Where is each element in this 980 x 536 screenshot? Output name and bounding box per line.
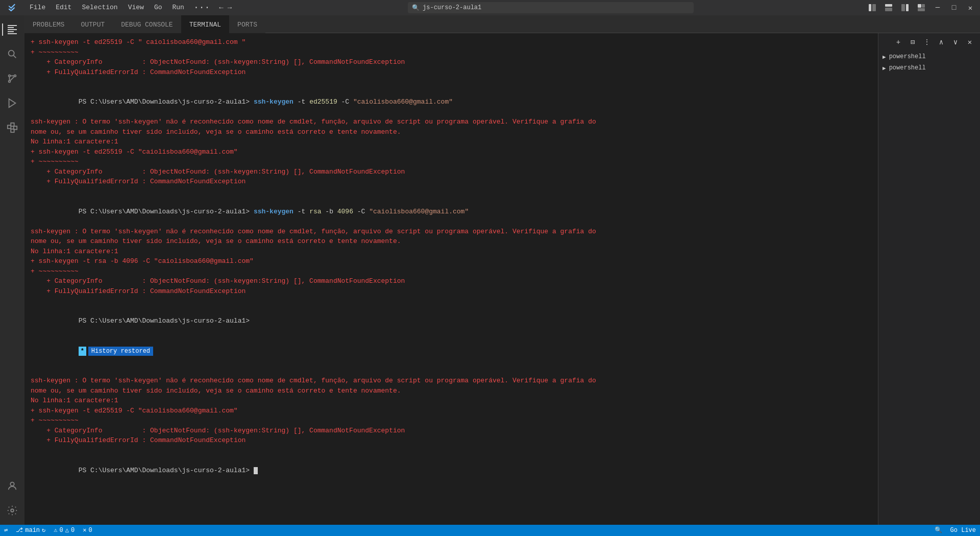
info-icon: ✕ [83,525,86,536]
svg-rect-0 [869,4,871,11]
history-restored-text: History restored [88,347,153,356]
activity-account-icon[interactable] [2,476,22,496]
terminal-panel: + ⊟ ⋮ ∧ ∨ ✕ ▶ powershell ▶ powershell [878,33,980,525]
term-line: + ssh-keygen -t ed25519 -C " caiolisboa6… [31,37,872,47]
terminal-name-1: powershell [889,53,926,60]
svg-point-23 [11,509,14,512]
activity-search-icon[interactable] [2,44,22,64]
status-remote[interactable]: ⇌ [0,525,12,536]
term-line: + ~~~~~~~~~~ [31,416,872,426]
title-right: ─ □ ✕ [865,0,980,15]
term-line: nome ou, se um caminho tiver sido incluí… [31,386,872,396]
main-panel: + ssh-keygen -t ed25519 -C " caiolisboa6… [24,33,878,525]
svg-rect-19 [11,123,14,126]
info-count: 0 [88,525,92,536]
status-bar: ⇌ ⎇ main ↻ ⚠ 0 △ 0 ✕ 0 🔍 Go Live [0,525,980,536]
menu-go[interactable]: Go [149,0,167,15]
activity-settings-icon[interactable] [2,500,22,521]
panel-maximize-icon[interactable]: ∧ [935,36,947,48]
activity-git-icon[interactable] [2,68,22,89]
history-restored-line: * History restored [31,336,872,366]
term-line: + CategoryInfo : ObjectNotFound: (ssh-ke… [31,167,872,177]
term-line: ssh-keygen : O termo 'ssh-keygen' não é … [31,117,872,127]
split-terminal-icon[interactable]: ⊟ [906,36,919,48]
nav-back-icon[interactable]: ← [218,4,224,12]
term-line: + ssh-keygen -t ed25519 -C "caiolisboa66… [31,147,872,157]
maximize-btn[interactable]: □ [946,0,962,15]
activity-debug-icon[interactable] [2,93,22,113]
panel-wrapper: + ssh-keygen -t ed25519 -C " caiolisboa6… [24,33,980,525]
layout-btn-2[interactable] [881,0,896,15]
terminal-name-2: powershell [889,64,926,71]
terminal-more-icon[interactable]: ⋮ [921,36,933,48]
svg-rect-1 [872,4,876,11]
branch-name: main [25,525,40,536]
svg-line-10 [13,55,16,58]
nav-forward-icon[interactable]: → [227,4,233,12]
terminal-list-item-2[interactable]: ▶ powershell [878,62,980,74]
tab-problems[interactable]: PROBLEMS [24,15,72,33]
layout-btn-1[interactable] [865,0,880,15]
search-icon: 🔍 [412,4,420,12]
history-star: * [79,347,86,356]
search-text: js-curso-2-aula1 [423,4,481,11]
term-line: + FullyQualifiedErrorId : CommandNotFoun… [31,67,872,78]
term-line: + ~~~~~~~~~~ [31,47,872,58]
status-right: 🔍 Go Live [930,525,980,536]
status-info[interactable]: ✕ 0 [79,525,96,536]
term-line: + FullyQualifiedErrorId : CommandNotFoun… [31,286,872,297]
terminal-area[interactable]: + ssh-keygen -t ed25519 -C " caiolisboa6… [24,33,878,525]
svg-rect-3 [885,8,892,11]
term-line: + ~~~~~~~~~~ [31,157,872,167]
layout-btn-3[interactable] [897,0,913,15]
term-line: ssh-keygen : O termo 'ssh-keygen' não é … [31,376,872,386]
menu-more[interactable]: ··· [189,0,214,15]
status-branch[interactable]: ⎇ main ↻ [12,525,50,536]
close-btn[interactable]: ✕ [963,0,978,15]
term-final-prompt: PS C:\Users\AMD\Downloads\js-curso-2-aul… [31,455,872,485]
tab-terminal[interactable]: TERMINAL [181,15,229,33]
status-left: ⇌ ⎇ main ↻ ⚠ 0 △ 0 ✕ 0 [0,525,96,536]
activity-extensions-icon[interactable] [2,117,22,138]
tab-output[interactable]: OUTPUT [72,15,113,33]
svg-point-12 [14,75,16,77]
term-line: nome ou, se um caminho tiver sido incluí… [31,236,872,247]
term-line: + FullyQualifiedErrorId : CommandNotFoun… [31,177,872,187]
minimize-btn[interactable]: ─ [930,0,945,15]
term-line: nome ou, se um caminho tiver sido incluí… [31,127,872,137]
tab-debug-console[interactable]: DEBUG CONSOLE [113,15,181,33]
menu-view[interactable]: View [123,0,149,15]
error-icon: ⚠ [54,525,57,536]
svg-rect-7 [922,4,925,8]
menu-run[interactable]: Run [167,0,189,15]
vscode-logo-icon [0,3,24,12]
terminal-panel-header: + ⊟ ⋮ ∧ ∨ ✕ [878,33,980,51]
error-count: 0 [60,525,63,536]
search-bar[interactable]: 🔍 js-curso-2-aula1 [408,2,694,13]
menu-selection[interactable]: Selection [77,0,122,15]
tab-ports[interactable]: PORTS [229,15,265,33]
panel-close-icon[interactable]: ✕ [964,36,976,48]
term-line: + CategoryInfo : ObjectNotFound: (ssh-ke… [31,426,872,436]
status-search-icon[interactable]: 🔍 [930,525,946,536]
terminal-list-item-1[interactable]: ▶ powershell [878,51,980,62]
term-line: No linha:1 caractere:1 [31,247,872,257]
activity-explorer-icon[interactable] [2,19,22,40]
svg-rect-18 [8,125,11,128]
title-bar-left: File Edit Selection View Go Run ··· [0,0,214,15]
terminal-list: ▶ powershell ▶ powershell [878,51,980,74]
svg-marker-17 [9,99,16,108]
term-line: + ssh-keygen -t rsa -b 4096 -C "caiolisb… [31,256,872,266]
title-center: 🔍 js-curso-2-aula1 [237,2,865,13]
activity-bottom [2,476,22,525]
status-errors[interactable]: ⚠ 0 △ 0 [50,525,79,536]
layout-btn-4[interactable] [914,0,929,15]
svg-point-22 [10,482,14,486]
term-prompt-bare: PS C:\Users\AMD\Downloads\js-curso-2-aul… [31,306,872,336]
go-live-btn[interactable]: Go Live [946,527,980,534]
new-terminal-icon[interactable]: + [892,36,904,48]
term-line: + ssh-keygen -t ed25519 -C "caiolisboa66… [31,406,872,416]
menu-file[interactable]: File [24,0,51,15]
menu-edit[interactable]: Edit [51,0,77,15]
panel-minimize-icon[interactable]: ∨ [949,36,962,48]
